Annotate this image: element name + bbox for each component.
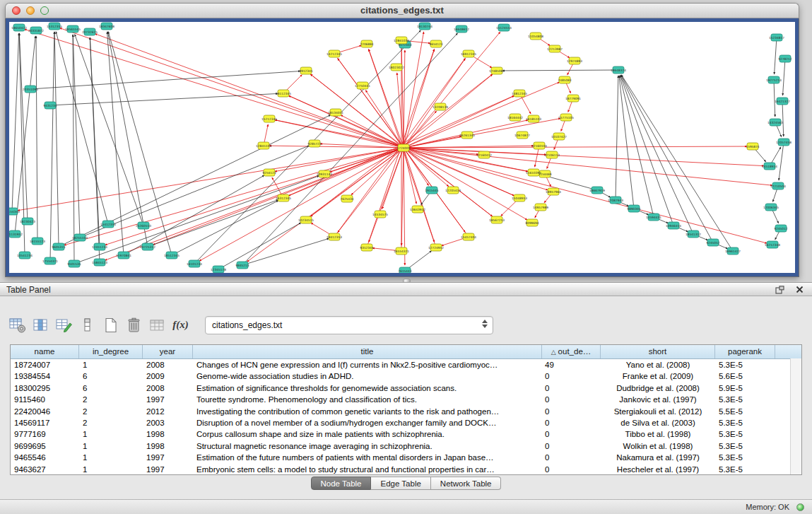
network-node[interactable]: 15775105 bbox=[558, 114, 574, 121]
network-node[interactable]: 18164442 bbox=[507, 114, 523, 121]
network-node[interactable]: 12451234 bbox=[92, 243, 107, 250]
minimize-window-button[interactable] bbox=[26, 6, 35, 15]
network-node[interactable]: 15312355 bbox=[47, 23, 62, 30]
network-node[interactable]: 11054808 bbox=[528, 33, 543, 40]
table-row[interactable]: 1872400712008Changes of HCN gene express… bbox=[11, 359, 801, 370]
network-node[interactable]: 25260510 bbox=[136, 222, 151, 229]
network-node[interactable]: 12724952 bbox=[428, 244, 444, 251]
network-node[interactable]: 15412354 bbox=[100, 221, 116, 228]
network-node[interactable]: 19565545 bbox=[65, 25, 81, 33]
table-options-button[interactable] bbox=[8, 315, 26, 334]
table-row[interactable]: 1938455462009Genome-wide association stu… bbox=[11, 370, 801, 382]
network-node[interactable]: 9501535 bbox=[67, 260, 81, 267]
network-node[interactable]: 18957964 bbox=[546, 188, 561, 195]
network-node[interactable]: 1915445 bbox=[425, 187, 438, 194]
network-node[interactable]: 14324563 bbox=[767, 119, 783, 126]
network-node[interactable]: 10234515 bbox=[298, 216, 314, 223]
network-node[interactable]: 16185103 bbox=[526, 115, 541, 122]
network-node[interactable]: 16312345 bbox=[276, 194, 291, 201]
delete-column-button[interactable] bbox=[125, 315, 143, 334]
network-node[interactable]: 16554321 bbox=[394, 247, 409, 255]
network-node[interactable]: 20331872 bbox=[28, 27, 44, 34]
network-node[interactable]: 12160412 bbox=[476, 151, 492, 158]
network-node[interactable]: 18134051 bbox=[328, 109, 343, 116]
column-header-title[interactable]: title bbox=[193, 345, 542, 358]
network-node[interactable]: 9312345 bbox=[360, 244, 373, 251]
zoom-window-button[interactable] bbox=[40, 6, 49, 15]
network-node[interactable]: 15048953 bbox=[512, 194, 527, 201]
column-header-in-degree[interactable]: in_degree bbox=[79, 345, 143, 358]
network-node[interactable]: 2206884 bbox=[360, 40, 373, 47]
network-node[interactable]: 13208139 bbox=[433, 103, 448, 110]
network-node[interactable]: 15845123 bbox=[92, 259, 107, 266]
network-node[interactable]: 17087943 bbox=[608, 197, 623, 204]
network-node[interactable]: 18512345 bbox=[164, 252, 180, 259]
network-node[interactable]: 18023022 bbox=[389, 64, 404, 71]
network-node[interactable]: 16421327 bbox=[775, 98, 790, 105]
network-node[interactable]: 9254123 bbox=[262, 169, 276, 176]
table-row[interactable]: 946554611997Estimation of the future num… bbox=[11, 452, 801, 463]
column-key-button[interactable] bbox=[78, 315, 96, 334]
network-node[interactable]: 18667919 bbox=[589, 187, 605, 194]
network-node[interactable]: 16961427 bbox=[725, 247, 741, 255]
network-canvas[interactable]: 1865042220331872153123551956554520732625… bbox=[9, 22, 795, 273]
tab-network-table[interactable]: Network Table bbox=[431, 477, 502, 490]
network-node[interactable]: 12006345 bbox=[763, 204, 779, 211]
network-node[interactable]: 15124554 bbox=[496, 24, 512, 31]
network-node[interactable]: 12160104 bbox=[531, 142, 547, 149]
network-node[interactable]: 18541312 bbox=[686, 230, 701, 238]
network-node[interactable]: 7625434 bbox=[340, 195, 353, 202]
network-node[interactable]: 1724005 bbox=[396, 144, 410, 151]
network-node[interactable]: 14534575 bbox=[372, 211, 388, 218]
network-node[interactable]: 12750441 bbox=[355, 82, 370, 89]
network-node[interactable]: 18112345 bbox=[276, 90, 291, 97]
table-row[interactable]: 2242004622012Investigating the contribut… bbox=[11, 406, 801, 417]
network-node[interactable]: 14725312 bbox=[140, 243, 155, 250]
network-node[interactable]: 7485083 bbox=[558, 76, 571, 83]
network-node[interactable]: 14812345 bbox=[512, 90, 527, 97]
tab-node-table[interactable]: Node Table bbox=[311, 477, 372, 490]
network-node[interactable]: 9245052 bbox=[706, 239, 719, 246]
network-node[interactable]: 18412353 bbox=[326, 233, 342, 240]
network-node[interactable]: 17485083 bbox=[489, 67, 505, 74]
network-node[interactable]: 9278212 bbox=[778, 55, 792, 62]
network-node[interactable]: 9654123 bbox=[429, 40, 442, 47]
table-row[interactable]: 1830029562008Estimation of significance … bbox=[11, 382, 801, 394]
network-node[interactable]: 15457404 bbox=[461, 233, 476, 240]
function-builder-button[interactable]: f(x) bbox=[172, 315, 189, 334]
network-node[interactable]: 14518914 bbox=[762, 163, 777, 170]
column-header-pagerank[interactable]: pagerank bbox=[715, 345, 775, 358]
network-node[interactable]: 1595874 bbox=[746, 143, 759, 150]
new-file-button[interactable] bbox=[102, 315, 119, 334]
table-selector-dropdown[interactable]: citations_edges.txt bbox=[205, 316, 493, 334]
network-node[interactable]: 9845213 bbox=[235, 262, 249, 269]
network-node[interactable]: 10946414 bbox=[666, 222, 681, 229]
network-node[interactable]: 18648324 bbox=[611, 66, 626, 74]
network-node[interactable]: 9285723 bbox=[307, 140, 321, 147]
network-node[interactable]: 12213987 bbox=[547, 45, 563, 52]
table-row[interactable]: 911546021997Tourette syndrome. Phenomeno… bbox=[11, 394, 801, 405]
network-node[interactable]: 18567253 bbox=[489, 216, 505, 223]
network-node[interactable]: 18130744 bbox=[417, 23, 433, 30]
network-node[interactable]: 12057458 bbox=[776, 139, 792, 146]
network-node[interactable]: 12845103 bbox=[256, 142, 271, 149]
network-node[interactable]: 14594431 bbox=[646, 214, 661, 221]
table-row[interactable]: 977716911998Corpus callosum shape and si… bbox=[11, 428, 801, 440]
network-node[interactable]: 20351095 bbox=[23, 86, 38, 93]
network-node[interactable]: 8099694 bbox=[525, 219, 539, 226]
network-node[interactable]: 7615443 bbox=[398, 267, 411, 273]
network-node[interactable]: 17210504 bbox=[770, 182, 786, 189]
table-vertical-scrollbar[interactable] bbox=[790, 358, 801, 474]
network-node[interactable]: 16261345 bbox=[459, 132, 475, 139]
network-node[interactable]: 18347608 bbox=[99, 23, 114, 30]
network-node[interactable]: 10674877 bbox=[514, 132, 530, 139]
network-node[interactable]: 20154345 bbox=[9, 208, 20, 215]
network-node[interactable]: 13643912 bbox=[410, 206, 425, 213]
network-node[interactable]: 10931143 bbox=[317, 170, 332, 177]
network-node[interactable]: 9431234 bbox=[43, 102, 57, 109]
network-node[interactable]: 12974893 bbox=[567, 57, 582, 64]
network-node[interactable]: 12345178 bbox=[211, 266, 226, 273]
network-node[interactable]: 12205413 bbox=[445, 187, 461, 194]
close-panel-icon[interactable] bbox=[794, 284, 805, 295]
network-node[interactable]: 11970841 bbox=[116, 252, 131, 259]
